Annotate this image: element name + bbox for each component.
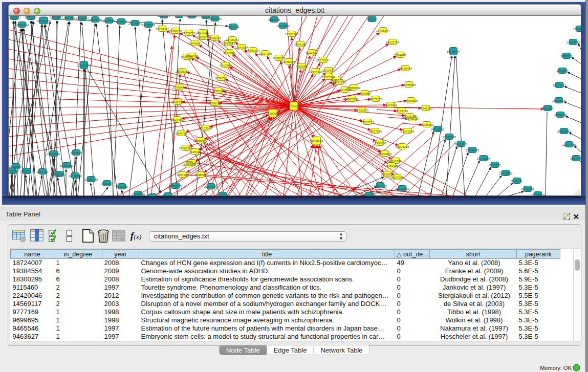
svg-text:15445909: 15445909 <box>402 83 416 86</box>
svg-text:2978182: 2978182 <box>294 43 307 46</box>
svg-text:29990508: 29990508 <box>404 99 418 102</box>
svg-text:27654952: 27654952 <box>50 16 63 19</box>
svg-text:19218506: 19218506 <box>276 25 290 28</box>
svg-text:11074688: 11074688 <box>142 24 156 27</box>
svg-text:7118411: 7118411 <box>189 150 201 154</box>
svg-text:23285250: 23285250 <box>84 178 98 181</box>
svg-text:23436262: 23436262 <box>226 38 239 41</box>
svg-text:21722973: 21722973 <box>355 109 369 112</box>
svg-text:17272648: 17272648 <box>199 127 212 130</box>
svg-text:3703859: 3703859 <box>359 92 371 95</box>
svg-text:3307301: 3307301 <box>36 170 49 173</box>
svg-text:4140560: 4140560 <box>70 151 82 155</box>
svg-text:23858526: 23858526 <box>182 32 196 35</box>
svg-text:2315577: 2315577 <box>489 164 501 167</box>
svg-text:20003258: 20003258 <box>396 145 409 148</box>
svg-text:6076731: 6076731 <box>215 77 227 80</box>
svg-text:28579219: 28579219 <box>196 31 210 34</box>
svg-text:27739257: 27739257 <box>9 170 19 173</box>
svg-text:8813054: 8813054 <box>268 18 280 21</box>
svg-text:20943743: 20943743 <box>204 185 218 188</box>
svg-text:24454361: 24454361 <box>76 17 90 20</box>
svg-text:18297022: 18297022 <box>390 176 404 179</box>
svg-text:3035728: 3035728 <box>116 185 128 188</box>
svg-text:15029873: 15029873 <box>552 99 566 102</box>
svg-text:17665640: 17665640 <box>216 194 230 196</box>
svg-text:21461909: 21461909 <box>401 130 415 133</box>
svg-text:5339937: 5339937 <box>322 69 335 72</box>
svg-text:4961630: 4961630 <box>556 70 569 73</box>
svg-text:3746598: 3746598 <box>115 20 127 24</box>
svg-text:5888088: 5888088 <box>194 173 207 177</box>
svg-text:7357224: 7357224 <box>227 26 239 29</box>
svg-text:20227559: 20227559 <box>431 128 445 131</box>
svg-text:19436144: 19436144 <box>376 29 390 32</box>
svg-text:26777621: 26777621 <box>316 59 330 62</box>
svg-text:9190519: 9190519 <box>103 19 115 23</box>
svg-text:14351230: 14351230 <box>333 81 346 84</box>
svg-text:1404769: 1404769 <box>175 132 187 135</box>
svg-text:6912885: 6912885 <box>220 64 232 67</box>
svg-text:14055714: 14055714 <box>15 24 29 27</box>
svg-text:6535209: 6535209 <box>554 114 567 117</box>
svg-text:11527619: 11527619 <box>374 184 387 187</box>
svg-text:18177615: 18177615 <box>553 84 567 87</box>
svg-text:8829459: 8829459 <box>171 118 183 121</box>
svg-text:17613348: 17613348 <box>172 16 186 17</box>
svg-text:11690833: 11690833 <box>378 152 392 156</box>
svg-text:10549441: 10549441 <box>188 42 202 45</box>
svg-text:21499058: 21499058 <box>282 60 296 63</box>
svg-text:20392657: 20392657 <box>169 30 183 33</box>
svg-text:1137358: 1137358 <box>177 173 189 177</box>
svg-text:25533636: 25533636 <box>132 193 145 196</box>
svg-text:27477606: 27477606 <box>443 136 456 139</box>
svg-text:8783180: 8783180 <box>212 90 225 93</box>
svg-text:14476944: 14476944 <box>384 104 398 107</box>
svg-text:6638767: 6638767 <box>273 57 285 60</box>
svg-text:3456213: 3456213 <box>560 55 573 58</box>
svg-text:16307710: 16307710 <box>20 170 34 173</box>
svg-text:10342260: 10342260 <box>419 107 433 110</box>
svg-text:9335812: 9335812 <box>25 16 37 19</box>
svg-text:18300295: 18300295 <box>266 112 280 115</box>
svg-text:24388850: 24388850 <box>69 174 82 178</box>
svg-text:13945012: 13945012 <box>222 42 235 45</box>
svg-text:3784504: 3784504 <box>186 55 198 58</box>
svg-text:20891406: 20891406 <box>37 19 51 23</box>
svg-text:10322734: 10322734 <box>386 41 400 44</box>
svg-text:18937896: 18937896 <box>368 130 382 133</box>
svg-text:24538166: 24538166 <box>146 195 160 196</box>
svg-text:20274461: 20274461 <box>128 22 142 25</box>
svg-text:13390093: 13390093 <box>373 142 387 145</box>
svg-text:19725914: 19725914 <box>531 193 545 196</box>
svg-text:5594478: 5594478 <box>394 54 406 57</box>
svg-text:1757086: 1757086 <box>223 51 235 54</box>
svg-text:24169122: 24169122 <box>385 164 399 167</box>
svg-text:16908100: 16908100 <box>52 173 66 176</box>
svg-text:23096153: 23096153 <box>208 102 222 105</box>
svg-text:3181037: 3181037 <box>101 182 113 185</box>
svg-text:24702740: 24702740 <box>395 110 408 113</box>
svg-text:29053346: 29053346 <box>77 64 91 67</box>
svg-text:29184641: 29184641 <box>47 152 61 156</box>
svg-text:11388699: 11388699 <box>161 194 175 196</box>
svg-text:17406879: 17406879 <box>466 149 480 152</box>
svg-text:8321837: 8321837 <box>306 51 318 54</box>
svg-text:26654741: 26654741 <box>521 188 535 191</box>
svg-text:12750036: 12750036 <box>169 185 183 188</box>
svg-text:10460025: 10460025 <box>182 163 196 166</box>
svg-text:4929082: 4929082 <box>296 65 308 68</box>
svg-text:17565588: 17565588 <box>285 33 299 36</box>
svg-text:14935038: 14935038 <box>403 115 417 118</box>
svg-text:16060376: 16060376 <box>208 17 222 20</box>
svg-text:8742735: 8742735 <box>171 101 184 104</box>
svg-text:12525131: 12525131 <box>185 16 199 17</box>
svg-text:20458054: 20458054 <box>9 165 23 168</box>
svg-text:16072228: 16072228 <box>369 98 383 101</box>
svg-text:25046038: 25046038 <box>208 37 222 40</box>
svg-text:28490469: 28490469 <box>399 67 412 70</box>
svg-text:18724007: 18724007 <box>287 105 301 108</box>
svg-text:16648764: 16648764 <box>447 50 461 53</box>
svg-text:15149848: 15149848 <box>477 157 491 160</box>
svg-text:17660000: 17660000 <box>346 86 360 90</box>
